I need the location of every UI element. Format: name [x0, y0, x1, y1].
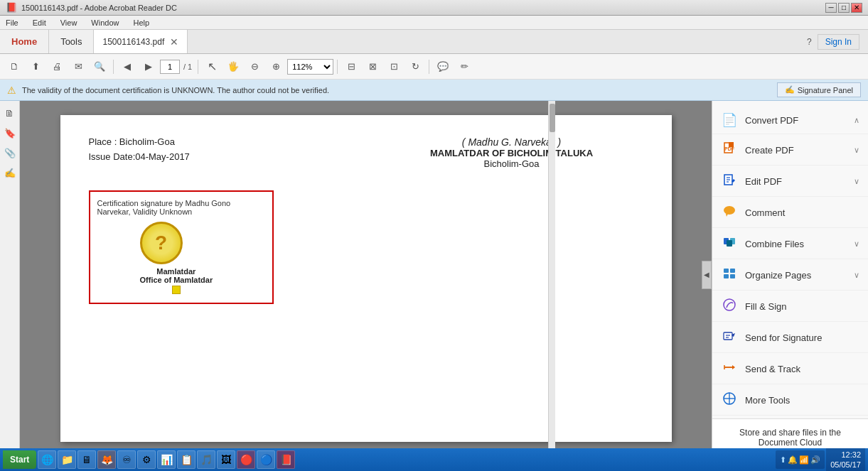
rp-item-create-pdf[interactable]: PDF Create PDF ∨ [712, 136, 868, 166]
search-button[interactable]: 🔍 [90, 58, 109, 76]
toolbar-separator-3 [337, 60, 338, 74]
menu-window[interactable]: Window [88, 17, 122, 28]
select-tool-button[interactable]: ↖ [202, 58, 222, 76]
email-button[interactable]: ✉ [68, 58, 88, 76]
pdf-authority-name: ( Madhu G. Narvekar ) [380, 136, 643, 148]
svg-point-7 [724, 206, 735, 215]
minimize-button[interactable]: ─ [825, 3, 837, 13]
taskbar-computer-icon[interactable]: 🖥 [77, 450, 96, 469]
rp-section-organize: Organize Pages ∨ [712, 261, 868, 291]
page-number-input[interactable]: 1 [160, 60, 180, 74]
toolbar-separator-1 [113, 60, 114, 74]
rp-label-convert-pdf: Convert PDF [745, 115, 847, 126]
close-button[interactable]: ✕ [851, 3, 862, 13]
svg-marker-20 [732, 365, 735, 369]
svg-text:PDF: PDF [724, 146, 735, 151]
taskbar-acrobat-icon[interactable]: 📕 [277, 450, 295, 469]
sig-yellow-square [172, 286, 181, 294]
tab-close-button[interactable]: ✕ [170, 36, 178, 48]
fit-width-button[interactable]: ⊠ [363, 58, 382, 76]
svg-point-16 [724, 299, 735, 310]
help-button[interactable]: ? [807, 37, 812, 47]
menu-file[interactable]: File [3, 17, 21, 28]
sidebar-attachment-icon[interactable]: 📎 [2, 145, 18, 161]
rp-item-fill-sign[interactable]: Fill & Sign [712, 292, 868, 322]
chevron-up-icon: ∧ [854, 116, 859, 125]
zoom-in-button[interactable]: ⊕ [266, 58, 286, 76]
start-button[interactable]: Start [3, 450, 36, 469]
sig-panel-icon: ✍ [785, 85, 795, 94]
menu-view[interactable]: View [58, 17, 80, 28]
taskbar-photo-icon[interactable]: 🖼 [217, 450, 235, 469]
fill-sign-icon [721, 298, 738, 315]
pdf-scrollbar[interactable] [548, 101, 555, 448]
tab-tools[interactable]: Tools [49, 30, 94, 53]
taskbar-notes-icon[interactable]: 📋 [177, 450, 195, 469]
fullscreen-button[interactable]: ⊡ [384, 58, 404, 76]
svg-rect-12 [724, 269, 729, 273]
hand-tool-button[interactable]: 🖐 [223, 58, 243, 76]
system-clock[interactable]: 12:32 05/05/17 [826, 448, 865, 471]
svg-rect-13 [730, 269, 735, 273]
taskbar-firefox-icon[interactable]: 🦊 [97, 450, 116, 469]
signature-stamp: ? Mamlatdar Office of Mamlatdar [140, 222, 213, 296]
rp-section-comment: Comment [712, 198, 868, 228]
taskbar-media-icon[interactable]: 🎵 [197, 450, 215, 469]
clock-time: 12:32 [830, 450, 861, 460]
prev-page-button[interactable]: ◀ [117, 58, 137, 76]
pencil-button[interactable]: ✏ [454, 58, 474, 76]
comment-button[interactable]: 💬 [433, 58, 453, 76]
sidebar-bookmark-icon[interactable]: 🔖 [2, 125, 18, 141]
taskbar-ie-icon[interactable]: 🌐 [38, 450, 56, 469]
notification-bar: ⚠ The validity of the document certifica… [0, 80, 868, 101]
tray-icon-1: ⬆ [780, 455, 786, 465]
rp-item-combine-files[interactable]: Combine Files ∨ [712, 229, 868, 259]
tray-icon-2: 🔔 [788, 455, 798, 465]
next-page-button[interactable]: ▶ [139, 58, 159, 76]
rp-item-organize-pages[interactable]: Organize Pages ∨ [712, 261, 868, 291]
sidebar-page-thumbnail-icon[interactable]: 🗎 [2, 105, 18, 121]
rp-section-send-track: Send & Track [712, 354, 868, 384]
pdf-authority-location: Bicholim-Goa [380, 158, 643, 169]
pdf-authority-title: MAMLATDAR OF BICHOLIM TALUKA [380, 148, 643, 158]
tab-home[interactable]: Home [0, 30, 49, 53]
menu-help[interactable]: Help [130, 17, 152, 28]
pdf-page: Place : Bicholim-Goa Issue Date:04-May-2… [60, 115, 672, 442]
svg-rect-14 [724, 274, 729, 278]
signature-panel-button[interactable]: ✍ Signature Panel [777, 82, 861, 97]
rp-item-comment[interactable]: Comment [712, 198, 868, 228]
print-button[interactable]: 🖨 [47, 58, 67, 76]
zoom-select[interactable]: 112% 100% 125% 150% 75% [287, 59, 333, 75]
rp-item-edit-pdf[interactable]: Edit PDF ∨ [712, 167, 868, 197]
more-tools-icon [721, 391, 738, 409]
menu-edit[interactable]: Edit [30, 17, 49, 28]
open-button[interactable]: ⬆ [26, 58, 45, 76]
sidebar-signature-icon[interactable]: ✍ [2, 165, 18, 180]
tab-document[interactable]: 1500116143.pdf ✕ [94, 30, 188, 53]
taskbar-app2-icon[interactable]: 🔴 [237, 450, 255, 469]
taskbar-chrome-icon[interactable]: 🔵 [257, 450, 275, 469]
taskbar-explorer-icon[interactable]: 📁 [58, 450, 76, 469]
maximize-button[interactable]: □ [838, 3, 850, 13]
rp-item-send-track[interactable]: Send & Track [712, 354, 868, 384]
signin-button[interactable]: Sign In [818, 34, 859, 50]
chevron-down-icon: ∨ [854, 146, 859, 155]
toolbar-separator-2 [198, 60, 198, 74]
edit-pdf-icon [721, 173, 738, 190]
send-for-signature-icon [721, 329, 738, 347]
rp-item-send-for-signature[interactable]: Send for Signature [712, 323, 868, 353]
collapse-panel-button[interactable]: ◀ [702, 261, 712, 289]
new-document-button[interactable]: 🗋 [4, 58, 24, 76]
rp-item-more-tools[interactable]: More Tools [712, 386, 868, 416]
menu-bar: File Edit View Window Help [0, 16, 868, 30]
rp-item-convert-pdf[interactable]: 📄 Convert PDF ∧ [712, 107, 868, 134]
rotate-button[interactable]: ↻ [405, 58, 425, 76]
taskbar-app1-icon[interactable]: ♾ [117, 450, 136, 469]
rp-label-more-tools: More Tools [745, 395, 859, 406]
pdf-scroll-thumb[interactable] [550, 104, 555, 132]
taskbar-excel-icon[interactable]: 📊 [157, 450, 176, 469]
svg-rect-15 [730, 274, 735, 278]
fit-page-button[interactable]: ⊟ [341, 58, 361, 76]
zoom-out-button[interactable]: ⊖ [245, 58, 264, 76]
taskbar-settings-icon[interactable]: ⚙ [137, 450, 156, 469]
